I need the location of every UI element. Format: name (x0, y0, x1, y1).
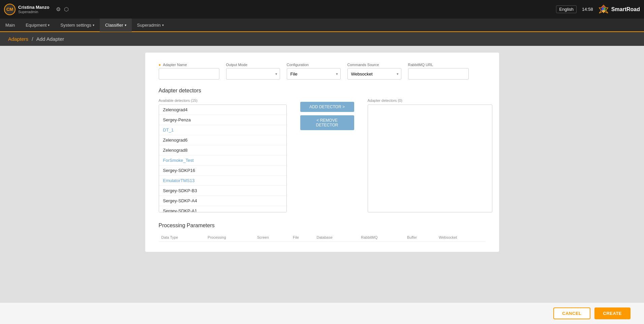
breadcrumb-current: Add Adapter (36, 36, 64, 42)
user-details: Cristina Manzo Superadmin (18, 5, 49, 14)
available-detectors-list[interactable]: Zelenograd4Sergey-PenzaDT_1Zelenograd6Ze… (159, 105, 287, 212)
brand-logo (599, 4, 609, 14)
nav-superadmin-label: Superadmin (137, 23, 161, 28)
nav-system-settings-label: System settings (60, 23, 91, 28)
table-header: Buffer (404, 233, 436, 242)
available-detectors-col: Available detectors (15) Zelenograd4Serg… (159, 98, 287, 212)
table-header: Data Type (159, 233, 205, 242)
breadcrumb-parent[interactable]: Adapters (8, 36, 28, 42)
table-header: File (290, 233, 314, 242)
breadcrumb-separator: / (32, 36, 33, 42)
table-header: RabbitMQ (358, 233, 404, 242)
form-fields-row: ● Adapter Name Output Mode ▾ Configurati… (159, 63, 486, 80)
nav-bar: Main Equipment ▾ System settings ▾ Class… (0, 19, 644, 32)
detector-action-buttons: ADD DETECTOR > < REMOVE DETECTOR (300, 98, 354, 212)
nav-classifier-label: Classifier (105, 23, 123, 28)
adapter-name-label: ● Adapter Name (159, 63, 219, 67)
settings-icon[interactable]: ⚙ (56, 6, 61, 12)
commands-source-label: Commands Source (347, 63, 401, 67)
remove-detector-button[interactable]: < REMOVE DETECTOR (300, 115, 354, 130)
user-role: Superadmin (18, 10, 49, 14)
form-card: ● Adapter Name Output Mode ▾ Configurati… (145, 53, 499, 252)
configuration-select[interactable]: File Database Other (287, 68, 341, 80)
rabbitmq-url-input[interactable] (408, 68, 469, 80)
bottom-action-bar: CANCEL CREATE (0, 302, 644, 324)
output-mode-select-wrapper: ▾ (226, 68, 280, 80)
configuration-select-wrapper: File Database Other ▾ (287, 68, 341, 80)
logout-icon[interactable]: ⬡ (64, 6, 69, 12)
list-item[interactable]: Sergey-Penza (159, 115, 286, 125)
brand: SmartRoad (599, 4, 640, 14)
list-item[interactable]: Zelenograd8 (159, 145, 286, 155)
chevron-down-icon: ▾ (93, 23, 94, 27)
configuration-field: Configuration File Database Other ▾ (287, 63, 341, 80)
detectors-section-title: Adapter detectors (159, 88, 486, 94)
nav-equipment-label: Equipment (26, 23, 47, 28)
processing-table: Data TypeProcessingScreenFileDatabaseRab… (159, 233, 486, 242)
processing-section: Processing Parameters Data TypeProcessin… (159, 223, 486, 242)
adapter-name-input[interactable] (159, 68, 219, 80)
nav-main-label: Main (5, 23, 15, 28)
list-item[interactable]: Sergey-SDKP-B3 (159, 186, 286, 196)
main-content: ● Adapter Name Output Mode ▾ Configurati… (0, 46, 644, 316)
rabbitmq-url-label: RabbitMQ URL (408, 63, 469, 67)
table-header: Websocket (436, 233, 486, 242)
adapter-detectors-label: Adapter detectors (0) (368, 98, 492, 102)
create-button[interactable]: CREATE (594, 307, 631, 319)
table-header: Processing (205, 233, 254, 242)
breadcrumb: Adapters / Add Adapter (0, 32, 644, 46)
language-selector[interactable]: English (556, 5, 577, 13)
commands-source-select-wrapper: Websocket RabbitMQ Other ▾ (347, 68, 401, 80)
adapter-name-field: ● Adapter Name (159, 63, 219, 80)
processing-section-title: Processing Parameters (159, 223, 486, 229)
list-item[interactable]: DT_1 (159, 125, 286, 135)
output-mode-field: Output Mode ▾ (226, 63, 280, 80)
available-detectors-label: Available detectors (15) (159, 98, 287, 102)
nav-system-settings[interactable]: System settings ▾ (55, 18, 100, 32)
top-bar-right: English 14:58 SmartRoad (556, 4, 640, 14)
top-bar: CM Cristina Manzo Superadmin ⚙ ⬡ English… (0, 0, 644, 19)
list-item[interactable]: Sergey-SDKP-A4 (159, 196, 286, 206)
cancel-button[interactable]: CANCEL (553, 307, 590, 319)
configuration-label: Configuration (287, 63, 341, 67)
add-detector-button[interactable]: ADD DETECTOR > (300, 102, 354, 112)
table-header: Screen (254, 233, 290, 242)
adapter-detectors-list[interactable] (368, 105, 492, 212)
user-avatar: CM (4, 4, 16, 15)
rabbitmq-url-field: RabbitMQ URL (408, 63, 469, 80)
list-item[interactable]: Sergey-SDKP-A1 (159, 206, 286, 212)
nav-main[interactable]: Main (0, 18, 20, 32)
required-indicator: ● (159, 63, 161, 67)
chevron-down-icon: ▾ (162, 23, 164, 27)
commands-source-select[interactable]: Websocket RabbitMQ Other (347, 68, 401, 80)
user-name: Cristina Manzo (18, 5, 49, 10)
brand-name: SmartRoad (611, 6, 640, 12)
user-info: CM Cristina Manzo Superadmin ⚙ ⬡ (4, 4, 69, 15)
list-item[interactable]: Sergey-SDKP16 (159, 166, 286, 176)
detectors-section: Adapter detectors Available detectors (1… (159, 88, 486, 212)
adapter-detectors-col: Adapter detectors (0) (368, 98, 492, 212)
nav-equipment[interactable]: Equipment ▾ (20, 18, 55, 32)
list-item[interactable]: Zelenograd6 (159, 135, 286, 145)
user-initials: CM (6, 7, 13, 12)
output-mode-select[interactable] (226, 68, 280, 80)
list-item[interactable]: Zelenograd4 (159, 105, 286, 115)
nav-superadmin[interactable]: Superadmin ▾ (132, 18, 169, 32)
time-display: 14:58 (582, 7, 593, 12)
list-item[interactable]: ForSmoke_Test (159, 155, 286, 166)
output-mode-label: Output Mode (226, 63, 280, 67)
commands-source-field: Commands Source Websocket RabbitMQ Other… (347, 63, 401, 80)
top-bar-icons: ⚙ ⬡ (56, 6, 69, 12)
list-item[interactable]: EmulatorTMS13 (159, 176, 286, 186)
table-header: Database (314, 233, 358, 242)
chevron-down-icon: ▾ (48, 23, 50, 27)
chevron-down-icon: ▾ (125, 23, 126, 27)
nav-classifier[interactable]: Classifier ▾ (100, 18, 131, 32)
